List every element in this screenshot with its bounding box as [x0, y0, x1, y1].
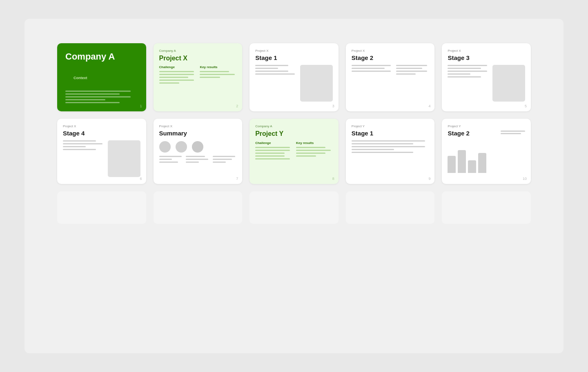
slide-2-content: Challenge Key results	[159, 65, 237, 84]
line	[65, 91, 131, 92]
slide-1-lines	[65, 91, 138, 103]
slide-8-title: Project Y	[255, 130, 333, 137]
summary-col-1	[159, 156, 183, 163]
slide-3-eyebrow: Project X	[255, 49, 333, 53]
slide-10-title: Stage 2	[448, 130, 469, 137]
summary-col-2	[186, 156, 209, 163]
slide-2-col2-header: Key results	[200, 65, 236, 69]
slide-4[interactable]: Project X Stage 2 4	[346, 43, 435, 111]
presentation-canvas: Company A Context 1 Company A Project X …	[24, 19, 564, 353]
slide-6-content	[63, 140, 140, 177]
slide-7[interactable]: Project X Summary	[154, 119, 243, 184]
slide-10-header: Stage 2	[448, 130, 525, 140]
slide-4-title: Stage 2	[352, 54, 429, 62]
slides-grid: Company A Context 1 Company A Project X …	[57, 43, 531, 224]
slide-placeholder-13[interactable]	[249, 191, 339, 224]
slide-7-avatars	[159, 141, 237, 153]
slide-3-number: 3	[332, 104, 334, 108]
slide-8-col2-lines	[296, 147, 333, 157]
slide-2-col1-header: Challenge	[159, 65, 196, 69]
slide-5-eyebrow: Project X	[448, 49, 525, 53]
slide-1-title: Company A	[65, 51, 138, 62]
slide-8-col2: Key results	[296, 141, 333, 159]
slide-3[interactable]: Project X Stage 1 3	[249, 43, 339, 111]
slide-2-col2: Key results	[200, 65, 236, 84]
slide-9-left	[352, 140, 429, 153]
slide-placeholder-12[interactable]	[154, 191, 243, 224]
bar-2	[458, 150, 466, 173]
slide-5-left	[448, 65, 489, 78]
slide-8-content: Challenge Key results	[255, 141, 333, 159]
summary-col-3	[213, 156, 236, 163]
slide-4-left	[352, 65, 393, 72]
slide-placeholder-14[interactable]	[346, 191, 435, 224]
slide-5-number: 5	[525, 104, 527, 108]
slide-8-eyebrow: Company A	[255, 124, 333, 128]
slide-2-col2-lines	[200, 71, 236, 78]
slide-1[interactable]: Company A Context 1	[57, 43, 146, 111]
slide-10-right-lines	[501, 131, 525, 134]
slide-7-title: Summary	[159, 130, 237, 137]
slide-4-eyebrow: Project X	[352, 49, 429, 53]
slide-3-title: Stage 1	[255, 54, 333, 62]
slide-1-number: 1	[140, 104, 142, 108]
slide-2-col1: Challenge	[159, 65, 196, 84]
slide-2-eyebrow: Company A	[159, 49, 237, 53]
slide-10-bars	[448, 144, 525, 173]
slide-7-summary	[159, 156, 237, 163]
slide-6-number: 6	[140, 177, 142, 181]
slide-9-eyebrow: Project Y	[352, 124, 429, 128]
slide-2-number: 2	[236, 104, 238, 108]
slide-2[interactable]: Company A Project X Challenge Key result…	[154, 43, 243, 111]
slide-10-eyebrow: Project Y	[448, 124, 525, 128]
slide-8-col1-header: Challenge	[255, 141, 292, 145]
slide-3-left	[255, 65, 297, 75]
line	[65, 93, 120, 95]
slide-5-content	[448, 65, 525, 102]
slide-10[interactable]: Project Y Stage 2 10	[442, 119, 531, 184]
slide-7-eyebrow: Project X	[159, 124, 237, 128]
bar-3	[468, 160, 476, 173]
line	[65, 99, 105, 100]
slide-8-number: 8	[332, 177, 334, 181]
slide-6-title: Stage 4	[63, 130, 140, 137]
slide-9-content	[352, 140, 429, 153]
slide-8-col1: Challenge	[255, 141, 292, 159]
slide-8-col2-header: Key results	[296, 141, 333, 145]
slide-3-image	[300, 65, 333, 102]
slide-6-image	[108, 140, 140, 177]
slide-5-title: Stage 3	[448, 54, 525, 62]
avatar-3	[192, 141, 203, 153]
line	[65, 102, 120, 103]
slide-9[interactable]: Project Y Stage 1 9	[346, 119, 435, 184]
slide-7-number: 7	[236, 177, 238, 181]
line	[65, 96, 131, 97]
bar-4	[478, 153, 486, 173]
slide-4-number: 4	[428, 104, 430, 108]
slide-placeholder-11[interactable]	[57, 191, 146, 224]
slide-placeholder-15[interactable]	[442, 191, 531, 224]
avatar-2	[176, 141, 187, 153]
slide-5-image	[492, 65, 525, 102]
slide-6-eyebrow: Project X	[63, 124, 140, 128]
slide-5[interactable]: Project X Stage 3 5	[442, 43, 531, 111]
slide-2-col1-lines	[159, 71, 196, 84]
slide-4-content	[352, 65, 429, 75]
slide-4-right-lines	[396, 65, 429, 75]
slide-8[interactable]: Company A Project Y Challenge Key result…	[249, 119, 339, 184]
slide-1-label: Context	[65, 68, 138, 88]
slide-8-col1-lines	[255, 147, 292, 159]
slide-9-title: Stage 1	[352, 130, 429, 137]
slide-3-content	[255, 65, 333, 102]
avatar-1	[159, 141, 171, 153]
slide-6[interactable]: Project X Stage 4 6	[57, 119, 146, 184]
slide-9-number: 9	[428, 177, 430, 181]
slide-10-number: 10	[523, 177, 527, 181]
bar-1	[448, 156, 456, 173]
slide-6-left	[63, 140, 105, 150]
slide-2-title: Project X	[159, 54, 237, 62]
